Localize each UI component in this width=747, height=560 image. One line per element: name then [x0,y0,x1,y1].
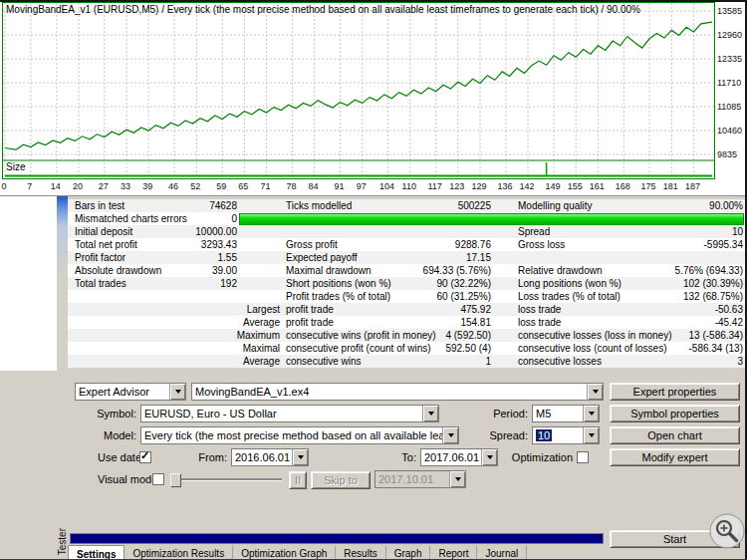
skip-to-button[interactable]: Skip to [311,471,371,489]
left-gap [0,196,57,371]
report-cell: -5995.34 [622,238,743,251]
expert-type-combo[interactable]: Expert Advisor [75,383,186,401]
report-cell: profit trade [286,316,334,329]
report-row: Profit trades (% of total)60 (31.25%)Los… [68,290,747,303]
to-date-combo[interactable]: 2017.06.01 [420,448,498,466]
x-tick-label: 78 [286,181,296,191]
tab-optimization-graph[interactable]: Optimization Graph [233,546,336,560]
report-cell: Average [187,316,280,329]
x-tick-label: 65 [238,181,248,191]
report-table: Bars in test74628Ticks modelled500225Mod… [68,199,747,368]
report-row: Averageprofit trade154.81loss trade-45.4… [68,316,747,329]
report-cell: Spread [518,225,550,238]
report-cell: Maximal [187,342,280,355]
report-cell: -45.42 [622,316,743,329]
from-date-combo[interactable]: 2016.06.01 [231,448,309,466]
report-row: Largestprofit trade475.92loss trade-50.6… [68,303,747,316]
report-cell: 5.76% (694.33) [622,264,743,277]
balance-chart [2,2,715,179]
spread-combo[interactable]: 10 [532,426,600,444]
tester-panel: Tester Bars in test74628Ticks modelled50… [0,195,747,560]
report-cell: 90 (32.22%) [372,277,491,290]
tab-graph[interactable]: Graph [386,546,431,560]
tab-report[interactable]: Report [430,546,477,560]
report-row: Initial deposit10000.00Spread10 [68,225,747,238]
x-tick-label: 91 [334,181,344,191]
y-tick-label: 11710 [717,78,741,88]
expert-properties-button[interactable]: Expert properties [610,383,740,401]
chevron-down-icon[interactable] [587,384,603,400]
report-cell: -50.63 [622,303,743,316]
expert-name-combo[interactable]: MovingBandEA_v1.ex4 [191,383,604,401]
chevron-down-icon[interactable] [169,384,185,400]
x-tick-label: 104 [379,181,394,191]
y-axis-labels: 1358512960123351171011085104609835 [717,2,747,179]
report-cell: 694.33 (5.76%) [372,264,491,277]
model-value: Every tick (the most precise method base… [144,427,442,443]
slider-thumb[interactable] [170,473,181,487]
x-tick-label: 0 [1,181,6,191]
report-cell: profit trade [286,303,334,316]
chevron-down-icon[interactable] [292,449,308,465]
report-cell: 132 (68.75%) [622,290,743,303]
report-cell: Profit factor [75,251,125,264]
optimization-checkbox[interactable] [577,451,589,463]
report-cell: Relative drawdown [518,264,603,277]
use-date-label: Use date [98,448,141,466]
model-combo[interactable]: Every tick (the most precise method base… [140,426,459,444]
chevron-down-icon [449,471,465,487]
chevron-down-icon[interactable] [422,406,438,421]
to-date-value: 2017.06.01 [424,449,481,465]
report-cell: Maximum [187,329,280,342]
tester-caption-bar: Tester [57,196,68,560]
report-cell: Long positions (won %) [518,277,622,290]
report-cell: 74628 [172,199,237,212]
visual-speed-slider[interactable] [170,472,282,486]
tester-graph-panel: MovingBandEA_v1 (EURUSD,M5) / Every tick… [0,0,747,195]
tab-settings[interactable]: Settings [68,545,124,560]
report-cell: Total trades [75,277,126,290]
report-row: Maximumconsecutive wins (profit in money… [68,329,747,342]
pause-button[interactable]: II [289,471,307,489]
report-cell: loss trade [518,303,561,316]
report-cell: 9288.76 [372,238,491,251]
symbol-label: Symbol: [75,405,136,422]
modify-expert-button[interactable]: Modify expert [610,448,740,466]
x-tick-label: 161 [590,181,605,191]
tab-optimization-results[interactable]: Optimization Results [124,546,233,560]
chevron-down-icon[interactable] [583,427,599,443]
x-tick-label: 117 [427,181,441,191]
window-edge-top [0,0,747,2]
x-tick-label: 52 [190,181,200,191]
x-axis-labels: 0714202733394652596571788491971041101171… [2,181,713,193]
chevron-down-icon[interactable] [442,427,458,443]
expert-name-value: MovingBandEA_v1.ex4 [195,384,587,400]
report-cell: 102 (30.39%) [622,277,743,290]
report-cell: 39.00 [172,264,237,277]
visual-mode-checkbox[interactable] [152,473,164,485]
report-cell: Ticks modelled [286,199,352,212]
report-cell: Absolute drawdown [75,264,161,277]
report-cell: 10000.00 [172,225,237,238]
symbol-combo[interactable]: EURUSD, Euro - US Dollar [140,405,439,422]
use-date-checkbox[interactable] [139,451,151,463]
report-row: Absolute drawdown39.00Maximal drawdown69… [68,264,747,277]
x-tick-label: 136 [497,181,512,191]
tester-caption-label: Tester [57,528,68,555]
period-label: Period: [466,405,528,422]
open-chart-button[interactable]: Open chart [610,426,740,444]
tab-journal[interactable]: Journal [477,546,527,560]
report-cell: 154.81 [372,316,491,329]
tab-results[interactable]: Results [336,546,385,560]
report-row: Total net profit3293.43Gross profit9288.… [68,238,747,251]
period-combo[interactable]: M5 [532,405,600,422]
report-cell: Gross profit [286,238,338,251]
chevron-down-icon[interactable] [583,406,599,421]
x-tick-label: 123 [449,181,464,191]
report-cell: Largest [187,303,280,316]
spread-label: Spread: [466,426,528,444]
y-tick-label: 13585 [717,6,742,16]
y-tick-label: 10460 [717,126,742,136]
symbol-properties-button[interactable]: Symbol properties [610,405,740,422]
report-cell: 4 (592.50) [372,329,491,342]
